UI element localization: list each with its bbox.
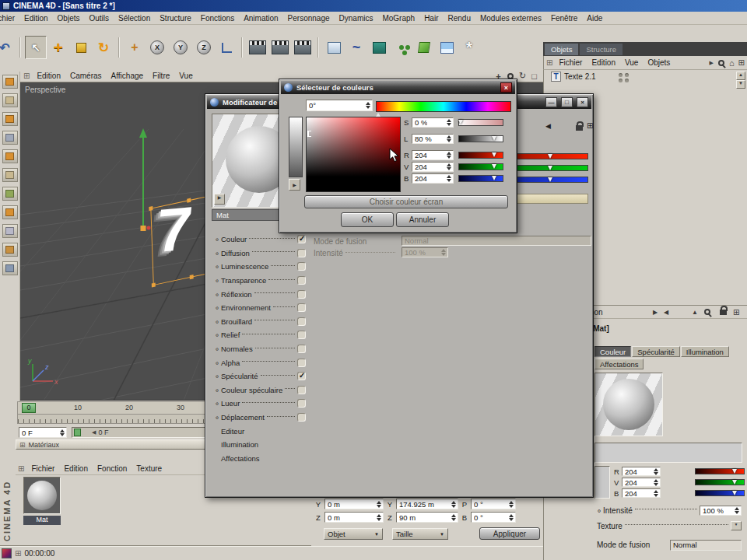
material-channel-row[interactable]: Editeur xyxy=(210,424,310,438)
menu-item[interactable]: Edition xyxy=(587,57,620,68)
spinner[interactable] xyxy=(450,514,456,521)
spinner[interactable] xyxy=(445,163,451,170)
add-modeling-button[interactable] xyxy=(391,36,412,59)
selection-handle[interactable] xyxy=(190,275,194,279)
menu-item[interactable]: Hair xyxy=(419,12,443,24)
material-channel-row[interactable]: Couleur xyxy=(210,233,310,247)
slider-handle[interactable] xyxy=(548,154,552,159)
menu-item[interactable]: Texture xyxy=(132,463,167,474)
menu-item[interactable]: Objets xyxy=(643,57,675,68)
material-channel-row[interactable]: Diffusion xyxy=(210,247,310,261)
history-prev-icon[interactable]: ◀ xyxy=(545,122,551,130)
add-environment-button[interactable] xyxy=(436,36,458,59)
axis-lock-button[interactable]: Y xyxy=(170,36,191,59)
range-start-cap[interactable] xyxy=(74,429,81,436)
attribute-material-preview[interactable] xyxy=(594,373,663,436)
hue-bar[interactable] xyxy=(376,101,511,112)
spinner[interactable] xyxy=(507,514,514,521)
rotate-view-icon[interactable]: ↻ xyxy=(517,71,528,81)
lock-icon[interactable] xyxy=(576,125,583,131)
attribute-tab[interactable]: Couleur xyxy=(594,346,631,357)
apply-button[interactable]: Appliquer xyxy=(479,527,540,540)
grid-icon[interactable]: ⊞ xyxy=(738,58,745,67)
material-name-label[interactable]: Mat xyxy=(23,516,61,525)
maximize-button[interactable]: □ xyxy=(561,97,573,107)
spinner[interactable] xyxy=(445,119,451,126)
hue-field[interactable]: 0° xyxy=(306,100,373,111)
menu-item[interactable]: Fichier xyxy=(26,463,59,474)
menu-item[interactable]: Fichier xyxy=(554,57,587,68)
close-button[interactable]: × xyxy=(577,97,588,107)
menu-item[interactable]: Fonctions xyxy=(196,12,239,24)
material-channel-row[interactable]: Alpha xyxy=(210,355,310,369)
value-strip[interactable] xyxy=(289,117,303,177)
menu-item[interactable]: Outils xyxy=(85,12,114,24)
attribute-tab[interactable]: Illumination xyxy=(681,346,729,357)
axis-lock-button[interactable]: X xyxy=(146,36,168,59)
render-region-button[interactable] xyxy=(269,36,291,59)
left-tool-icon-4[interactable] xyxy=(2,131,18,145)
channel-checkbox[interactable] xyxy=(297,276,306,285)
menu-item[interactable]: Sélection xyxy=(114,12,155,24)
material-channel-row[interactable]: Luminescence xyxy=(210,260,310,274)
left-tool-icon-9[interactable] xyxy=(2,224,18,238)
slider-handle[interactable] xyxy=(732,480,737,485)
spinner[interactable] xyxy=(652,490,658,497)
channel-checkbox[interactable] xyxy=(297,317,306,326)
undo-button[interactable]: ↶ xyxy=(0,36,16,59)
menu-item[interactable]: Edition xyxy=(19,12,53,24)
play-icon[interactable]: ▶ xyxy=(710,60,714,66)
search-icon[interactable] xyxy=(718,60,724,66)
left-tool-icon-5[interactable] xyxy=(2,149,18,163)
left-tool-icon-6[interactable] xyxy=(2,168,18,182)
axis-move-button[interactable]: + xyxy=(124,36,146,59)
coord-field[interactable]: 0 ° xyxy=(471,499,516,509)
rotate-tool-button[interactable]: ↻ xyxy=(93,36,114,59)
frame-field[interactable]: 0 F xyxy=(19,427,67,438)
menu-item[interactable]: Edition xyxy=(59,463,93,474)
menu-item[interactable]: Filtre xyxy=(148,70,174,82)
home-icon[interactable]: ⌂ xyxy=(729,58,735,68)
channel-slider[interactable] xyxy=(458,163,503,170)
scale-tool-button[interactable] xyxy=(70,36,92,59)
spinner[interactable] xyxy=(652,468,658,475)
left-tool-icon-7[interactable] xyxy=(2,187,18,201)
left-tool-icon-10[interactable] xyxy=(2,243,18,257)
spinner[interactable] xyxy=(58,429,65,436)
titlebar[interactable]: CINEMA 4D - [Sans titre 2 *] xyxy=(0,0,747,12)
channel-gradient-slider[interactable] xyxy=(695,479,745,485)
channel-slider[interactable] xyxy=(458,135,503,142)
spinner[interactable] xyxy=(652,479,658,486)
material-channel-row[interactable]: Transparence xyxy=(210,274,310,288)
channel-checkbox[interactable] xyxy=(297,413,306,422)
channel-checkbox[interactable] xyxy=(297,399,306,408)
color-swatch-bar[interactable] xyxy=(594,443,742,463)
material-channel-row[interactable]: Couleur spéculaire xyxy=(210,383,310,397)
material-channel-row[interactable]: Lueur xyxy=(210,397,310,411)
render-view-button[interactable] xyxy=(247,36,268,59)
tab-objets[interactable]: Objets xyxy=(545,44,578,55)
material-channel-row[interactable]: Déplacement xyxy=(210,411,310,425)
menu-item[interactable]: Dynamics xyxy=(335,12,378,24)
channel-value-field[interactable]: 204 xyxy=(412,162,454,172)
channel-value-field[interactable]: 204 xyxy=(622,467,661,476)
visibility-dot[interactable] xyxy=(619,73,622,77)
play-icon[interactable]: ▶ xyxy=(653,309,658,316)
attribute-tab[interactable]: Spécularité xyxy=(632,346,680,357)
coord-mode-dropdown[interactable]: Objet▼ xyxy=(324,528,383,540)
material-channel-row[interactable]: Brouillard xyxy=(210,315,310,329)
left-tool-icon-1[interactable] xyxy=(2,75,18,89)
menu-item[interactable]: Vue xyxy=(620,57,643,68)
y-axis-gizmo[interactable] xyxy=(139,128,151,236)
coord-field[interactable]: 0 m xyxy=(324,512,384,523)
left-tool-icon-11[interactable] xyxy=(2,261,18,275)
spinner[interactable] xyxy=(375,514,381,521)
minimize-button[interactable]: — xyxy=(545,97,557,107)
material-channel-row[interactable]: Illumination xyxy=(210,438,310,452)
material-thumbnail[interactable] xyxy=(23,477,61,514)
slider-handle[interactable] xyxy=(492,164,496,169)
slider-handle[interactable] xyxy=(492,152,496,157)
channel-checkbox[interactable] xyxy=(297,345,306,353)
prev-icon[interactable]: ◀ xyxy=(664,309,668,316)
slider-handle[interactable] xyxy=(458,120,463,124)
